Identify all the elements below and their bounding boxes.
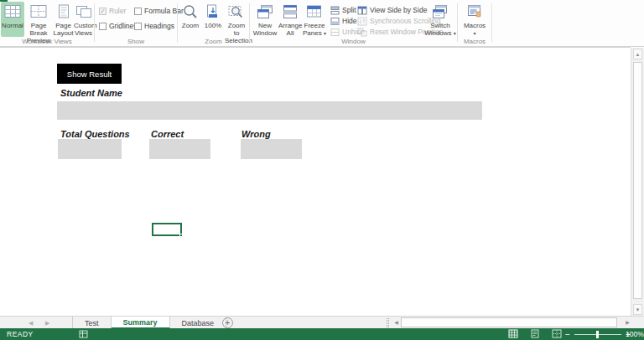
normal-view-icon xyxy=(1,3,24,20)
arrange-all-button[interactable]: Arrange All xyxy=(278,2,302,37)
split-button[interactable]: Split xyxy=(330,5,356,15)
synchronous-scrolling-icon xyxy=(357,17,367,26)
new-window-label: New Window xyxy=(252,22,278,37)
normal-view-button[interactable]: Normal xyxy=(1,2,24,37)
student-name-label: Student Name xyxy=(60,88,122,98)
normal-view-label: Normal xyxy=(1,22,24,29)
headings-checkbox[interactable]: Headings xyxy=(134,22,174,30)
macro-record-icon[interactable] xyxy=(79,330,88,340)
dropdown-arrow-icon: ▾ xyxy=(473,31,475,36)
formula-bar-checkbox[interactable]: Formula Bar xyxy=(134,7,184,15)
group-show: Ruler Formula Bar Gridlines Headings Sho… xyxy=(95,0,177,46)
correct-label: Correct xyxy=(151,129,184,139)
zoom-slider-thumb[interactable] xyxy=(596,331,599,338)
zoom-slider-track[interactable] xyxy=(574,334,621,335)
page-layout-label: Page Layout xyxy=(53,22,74,37)
sheet-nav-left-arrow[interactable]: ◀ xyxy=(29,317,33,329)
switch-windows-label: Switch Windows ▾ xyxy=(424,22,456,38)
horizontal-scrollbar-thumb[interactable] xyxy=(401,317,617,327)
scroll-left-arrow[interactable]: ◀ xyxy=(392,317,400,328)
zoom-slider: − + xyxy=(564,328,632,340)
status-mode: READY xyxy=(7,330,34,338)
group-label-show: Show xyxy=(95,38,177,45)
correct-field[interactable] xyxy=(149,139,210,159)
freeze-panes-icon xyxy=(302,3,327,20)
worksheet-area[interactable]: Show Result Student Name Total Questions… xyxy=(0,47,631,316)
zoom-100-button[interactable]: 100% xyxy=(201,2,225,37)
sheet-tab-strip: ◀ ▶ Test Summary Database + ◀ ▶ xyxy=(0,316,644,328)
zoom-to-selection-button[interactable]: Zoom to Selection xyxy=(225,2,248,37)
new-sheet-button[interactable]: + xyxy=(222,317,233,328)
custom-views-label: Custom Views xyxy=(74,22,93,37)
headings-label: Headings xyxy=(144,22,174,30)
ruler-label: Ruler xyxy=(109,7,126,15)
checkbox-box xyxy=(134,8,142,15)
tab-scrollbar-splitter[interactable] xyxy=(387,318,389,327)
horizontal-scrollbar[interactable]: ◀ ▶ xyxy=(392,317,631,328)
group-macros: Macros▾ Macros xyxy=(458,0,491,46)
arrange-all-label: Arrange All xyxy=(278,22,302,37)
show-result-button[interactable]: Show Result xyxy=(57,64,122,84)
vertical-scrollbar[interactable]: ▲ ▼ xyxy=(631,48,644,316)
scroll-right-arrow[interactable]: ▶ xyxy=(624,317,631,328)
wrong-field[interactable] xyxy=(241,139,302,159)
sheet-tab-database[interactable]: Database xyxy=(170,317,227,329)
page-break-preview-icon xyxy=(24,3,53,20)
group-workbook-views: Normal Page Break Preview Page Layout Cu… xyxy=(0,0,94,46)
vertical-scrollbar-thumb[interactable] xyxy=(633,62,642,299)
group-label-zoom: Zoom xyxy=(178,38,249,45)
page-break-preview-button[interactable]: Page Break Preview xyxy=(24,2,53,37)
sheet-tabs: Test Summary Database xyxy=(72,317,226,329)
page-layout-shortcut[interactable] xyxy=(530,329,540,338)
zoom-label: Zoom xyxy=(179,22,201,29)
gridlines-label: Gridlines xyxy=(109,22,138,30)
dropdown-arrow-icon: ▾ xyxy=(454,31,456,36)
group-label-macros: Macros xyxy=(458,38,491,45)
custom-views-button[interactable]: Custom Views xyxy=(74,2,93,37)
zoom-level[interactable]: 100% xyxy=(626,330,644,338)
view-side-by-side-button[interactable]: View Side by Side xyxy=(357,5,427,15)
zoom-icon xyxy=(179,3,201,20)
macros-button[interactable]: Macros▾ xyxy=(460,2,490,37)
sheet-nav-right-arrow[interactable]: ▶ xyxy=(45,317,49,329)
page-break-preview-shortcut[interactable] xyxy=(552,329,562,338)
zoom-out-button[interactable]: − xyxy=(564,330,572,339)
sheet-tab-summary[interactable]: Summary xyxy=(112,317,170,329)
freeze-panes-button[interactable]: Freeze Panes ▾ xyxy=(302,2,327,37)
gridlines-checkbox[interactable]: Gridlines xyxy=(99,22,138,30)
view-shortcuts xyxy=(508,329,562,338)
group-label-window: Window xyxy=(250,38,457,45)
ruler-checkbox[interactable]: Ruler xyxy=(99,7,126,15)
arrange-all-icon xyxy=(278,3,302,20)
student-name-field[interactable] xyxy=(57,101,482,120)
group-window: New Window Arrange All Freeze Panes ▾ Sp… xyxy=(250,0,457,46)
hide-button[interactable]: Hide xyxy=(330,16,356,26)
view-side-by-side-label: View Side by Side xyxy=(370,6,427,14)
scroll-up-arrow[interactable]: ▲ xyxy=(633,49,642,59)
view-side-by-side-icon xyxy=(357,6,367,15)
switch-windows-button[interactable]: Switch Windows ▾ xyxy=(424,2,456,37)
zoom-button[interactable]: Zoom xyxy=(179,2,201,37)
total-questions-field[interactable] xyxy=(58,139,122,159)
freeze-panes-label: Freeze Panes ▾ xyxy=(302,22,327,38)
macros-icon xyxy=(460,3,490,20)
scroll-down-arrow[interactable]: ▼ xyxy=(633,304,642,315)
selected-cell[interactable] xyxy=(152,223,182,236)
sheet-tab-test[interactable]: Test xyxy=(72,317,112,329)
excel-window: Normal Page Break Preview Page Layout Cu… xyxy=(0,0,644,340)
macros-label: Macros▾ xyxy=(460,22,490,38)
unhide-icon xyxy=(330,28,340,37)
zoom-100-icon xyxy=(201,3,225,20)
fill-handle[interactable] xyxy=(179,234,183,237)
switch-windows-icon xyxy=(424,3,456,20)
zoom-to-selection-icon xyxy=(225,3,248,20)
new-window-button[interactable]: New Window xyxy=(252,2,278,37)
normal-view-shortcut[interactable] xyxy=(508,329,518,338)
group-zoom: Zoom 100% Zoom to Selection Zoom xyxy=(178,0,249,46)
page-layout-button[interactable]: Page Layout xyxy=(53,2,74,37)
ribbon-view-tab: Normal Page Break Preview Page Layout Cu… xyxy=(0,0,644,47)
new-window-icon xyxy=(252,3,278,20)
page-layout-icon xyxy=(53,3,74,20)
zoom-100-label: 100% xyxy=(201,22,225,29)
checkbox-box xyxy=(99,8,106,15)
